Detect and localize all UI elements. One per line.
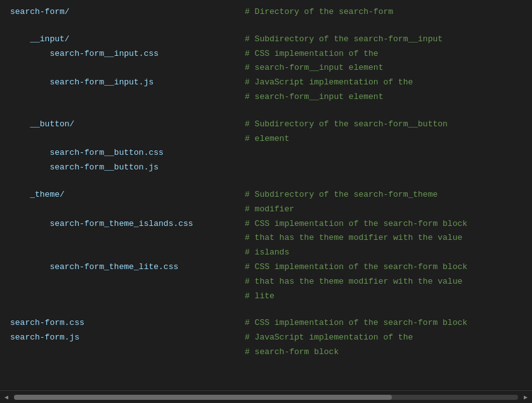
code-line — [0, 175, 532, 188]
code-right-col: # lite — [245, 290, 522, 303]
code-line: search-form__button.css — [0, 146, 532, 161]
code-right-col: # that has the theme modifier with the v… — [245, 275, 522, 289]
code-left-col — [10, 91, 245, 104]
code-line — [0, 20, 532, 32]
code-line: # search-form__input element — [0, 61, 532, 76]
code-line: # element — [0, 132, 532, 147]
code-left-col — [10, 290, 245, 303]
code-right-col: # Directory of the search-form — [245, 6, 522, 19]
code-right-col: # modifier — [245, 203, 522, 216]
code-left-col: search-form.js — [10, 331, 245, 345]
code-right-col: # search-form block — [245, 346, 522, 359]
code-right-col: # search-form__input element — [245, 62, 522, 75]
code-left-col: __button/ — [10, 118, 245, 131]
code-right-col: # CSS implementation of the search-form … — [245, 261, 522, 274]
code-right-col: # JavaScript implementation of the — [245, 331, 522, 345]
code-line — [0, 303, 532, 316]
code-left-col: search-form__input.css — [10, 48, 245, 61]
code-left-col: _theme/ — [10, 188, 245, 202]
code-left-col — [10, 232, 245, 245]
code-right-col: # CSS implementation of the search-form … — [245, 317, 522, 330]
code-left-col — [10, 275, 245, 289]
code-left-col: search-form_theme_islands.css — [10, 218, 245, 231]
code-left-col: search-form__button.js — [10, 161, 245, 175]
code-left-col: __input/ — [10, 33, 245, 46]
code-line: search-form.js # JavaScript implementati… — [0, 331, 532, 345]
code-left-col — [10, 203, 245, 216]
code-right-col: # Subdirectory of the search-form__input — [245, 33, 522, 46]
code-line: # islands — [0, 246, 532, 260]
code-line: __button/ # Subdirectory of the search-f… — [0, 117, 532, 132]
code-line — [0, 105, 532, 117]
code-left-col — [10, 346, 245, 359]
code-right-col: # islands — [245, 246, 522, 260]
scroll-right-button[interactable]: ▶ — [519, 391, 532, 404]
code-right-col: # CSS implementation of the — [245, 48, 522, 61]
code-left-col: search-form__button.css — [10, 147, 245, 160]
code-line: # modifier — [0, 202, 532, 217]
code-line: # that has the theme modifier with the v… — [0, 275, 532, 289]
code-left-col: search-form_theme_lite.css — [10, 261, 245, 274]
code-line: search-form_theme_lite.css # CSS impleme… — [0, 260, 532, 275]
code-left-col — [10, 62, 245, 75]
code-line: search-form_theme_islands.css # CSS impl… — [0, 217, 532, 232]
code-line: # lite — [0, 289, 532, 304]
code-line: # that has the theme modifier with the v… — [0, 231, 532, 246]
code-container: search-form/ # Directory of the search-f… — [0, 0, 532, 381]
code-right-col: # search-form__input element — [245, 91, 522, 104]
code-line: _theme/ # Subdirectory of the search-for… — [0, 188, 532, 202]
code-left-col — [10, 133, 245, 146]
code-left-col: search-form/ — [10, 6, 245, 19]
code-line: search-form__input.css # CSS implementat… — [0, 47, 532, 62]
code-right-col: # that has the theme modifier with the v… — [245, 232, 522, 245]
code-right-col: # CSS implementation of the search-form … — [245, 218, 522, 231]
code-line: search-form/ # Directory of the search-f… — [0, 5, 532, 20]
code-right-col: # element — [245, 133, 522, 146]
code-line: search-form__button.js — [0, 161, 532, 175]
code-line: search-form__input.js # JavaScript imple… — [0, 76, 532, 90]
code-left-col — [10, 246, 245, 260]
code-left-col: search-form.css — [10, 317, 245, 330]
scroll-left-button[interactable]: ◀ — [0, 391, 13, 404]
code-line: __input/ # Subdirectory of the search-fo… — [0, 32, 532, 47]
code-right-col: # JavaScript implementation of the — [245, 76, 522, 89]
code-left-col: search-form__input.js — [10, 76, 245, 89]
code-right-col: # Subdirectory of the search-form_theme — [245, 188, 522, 202]
scroll-track[interactable] — [14, 395, 518, 400]
code-line: # search-form block — [0, 345, 532, 360]
code-line: search-form.css # CSS implementation of … — [0, 316, 532, 331]
code-line: # search-form__input element — [0, 90, 532, 105]
scrollbar[interactable]: ◀ ▶ — [0, 390, 532, 403]
code-right-col: # Subdirectory of the search-form__butto… — [245, 118, 522, 131]
scroll-thumb[interactable] — [14, 395, 392, 400]
